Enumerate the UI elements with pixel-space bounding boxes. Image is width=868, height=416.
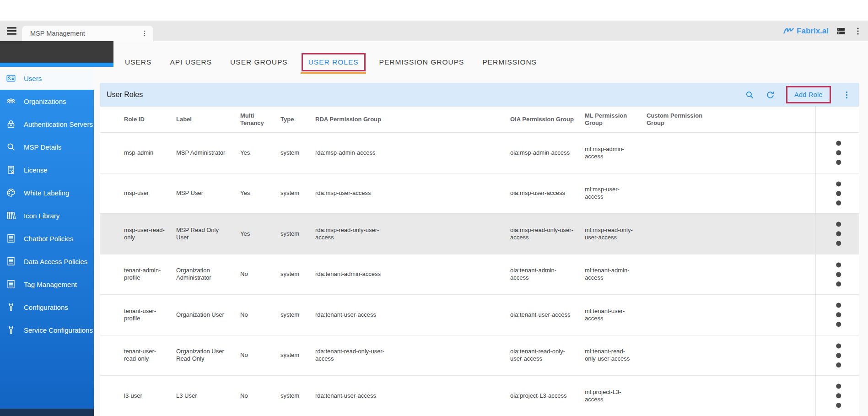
msp-management-tab[interactable]: MSP Management — [22, 26, 153, 41]
sidebar-item-label: Organizations — [24, 97, 66, 105]
cell-multi_tenancy: No — [233, 254, 273, 295]
cell-multi_tenancy: Yes — [233, 214, 273, 254]
row-actions-icon[interactable] — [822, 298, 856, 332]
sidebar-item-organizations[interactable]: Organizations — [0, 90, 94, 113]
row-actions-icon[interactable] — [822, 217, 856, 251]
table-row-l3-user[interactable]: l3-userL3 UserNosystemrda:tenant-user-ac… — [100, 376, 859, 416]
cell-actions — [815, 254, 859, 295]
tab-permission-groups[interactable]: PERMISSION GROUPS — [379, 58, 464, 66]
cell-custom — [639, 173, 815, 214]
cell-ml: ml:msp-admin-access — [577, 133, 639, 173]
table-header-row: Role IDLabelMulti TenancyTypeRDA Permiss… — [100, 107, 859, 133]
table-row-tenant-user-profile[interactable]: tenant-user-profileOrganization UserNosy… — [100, 295, 859, 335]
sidebar-item-label: Users — [24, 75, 42, 82]
wrench-icon — [6, 302, 16, 312]
tab-permissions[interactable]: PERMISSIONS — [482, 58, 537, 66]
column-header-type[interactable]: Type — [273, 107, 308, 133]
cell-role_id: tenant-admin-profile — [100, 254, 169, 295]
cell-multi_tenancy: Yes — [233, 133, 273, 173]
table-row-msp-user[interactable]: msp-userMSP UserYessystemrda:msp-user-ac… — [100, 173, 859, 214]
sidebar-item-chatbot-policies[interactable]: Chatbot Policies — [0, 227, 94, 250]
document-icon — [6, 279, 16, 289]
cell-actions — [815, 295, 859, 335]
column-header-rda-permission-group[interactable]: RDA Permission Group — [308, 107, 503, 133]
cell-type: system — [273, 335, 308, 376]
tab-users[interactable]: USERS — [125, 58, 151, 66]
cell-label: MSP Administrator — [169, 133, 233, 173]
tab-api-users[interactable]: API USERS — [170, 58, 212, 66]
row-actions-icon[interactable] — [822, 339, 856, 373]
user-roles-panel: User Roles Add Role — [100, 83, 859, 416]
sidebar-item-msp-details[interactable]: MSP Details — [0, 135, 94, 158]
id-card-icon — [6, 73, 16, 83]
more-options-icon[interactable] — [853, 27, 863, 36]
more-actions-icon[interactable] — [842, 90, 852, 100]
top-white-strip — [0, 0, 868, 21]
people-icon — [6, 96, 16, 106]
column-header-ml-permission-group[interactable]: ML Permission Group — [577, 107, 639, 133]
table-row-msp-user-read-only[interactable]: msp-user-read-onlyMSP Read Only UserYess… — [100, 214, 859, 254]
cell-label: Organization User Read Only — [169, 335, 233, 376]
user-roles-table: Role IDLabelMulti TenancyTypeRDA Permiss… — [100, 107, 859, 416]
sidebar-item-label: Tag Management — [24, 281, 77, 288]
column-header-label[interactable]: Label — [169, 107, 233, 133]
sidebar-item-license[interactable]: License — [0, 158, 94, 181]
document-icon — [6, 256, 16, 266]
sidebar-item-white-labeling[interactable]: White Labeling — [0, 181, 94, 204]
tab-options-icon[interactable] — [140, 29, 149, 38]
cell-rda: rda:tenant-user-access — [308, 376, 503, 416]
sidebar-item-icon-library[interactable]: Icon Library — [0, 204, 94, 227]
table-row-msp-admin[interactable]: msp-adminMSP AdministratorYessystemrda:m… — [100, 133, 859, 173]
sidebar-item-configurations[interactable]: Configurations — [0, 296, 94, 319]
column-header-oia-permission-group[interactable]: OIA Permission Group — [503, 107, 577, 133]
search-icon[interactable] — [745, 90, 755, 100]
toolbar-actions: Add Role — [745, 86, 852, 103]
cell-oia: oia:msp-read-only-user-access — [503, 214, 577, 254]
cell-oia: oia:project-L3-access — [503, 376, 577, 416]
app-window: MSP Management Fabrix.ai UsersOrgani — [0, 0, 868, 416]
cell-actions — [815, 214, 859, 254]
panel-title: User Roles — [107, 91, 143, 99]
sidebar-item-data-access-policies[interactable]: Data Access Policies — [0, 250, 94, 273]
cell-rda: rda:tenant-admin-access — [308, 254, 503, 295]
cell-ml: ml:msp-user-access — [577, 173, 639, 214]
add-role-button[interactable]: Add Role — [786, 86, 831, 103]
cell-actions — [815, 173, 859, 214]
document-icon — [6, 233, 16, 243]
sidebar-item-authentication-servers[interactable]: Authentication Servers — [0, 113, 94, 135]
hamburger-menu-icon[interactable] — [5, 24, 18, 38]
cell-rda: rda:tenant-user-access — [308, 295, 503, 335]
titlebar-right-cluster: Fabrix.ai — [783, 21, 863, 41]
cell-rda: rda:msp-admin-access — [308, 133, 503, 173]
sidebar-item-tag-management[interactable]: Tag Management — [0, 273, 94, 296]
cell-custom — [639, 214, 815, 254]
column-header-multi-tenancy[interactable]: Multi Tenancy — [233, 107, 273, 133]
sidebar-item-label: MSP Details — [24, 143, 61, 151]
main-panel: USERSAPI USERSUSER GROUPSUSER ROLESPERMI… — [94, 41, 868, 416]
row-actions-icon[interactable] — [822, 379, 856, 413]
sidebar-item-service-configurations[interactable]: Service Configurations — [0, 319, 94, 341]
sidebar-item-users[interactable]: Users — [0, 67, 94, 90]
cell-type: system — [273, 173, 308, 214]
cell-type: system — [273, 214, 308, 254]
cell-ml: ml:msp-read-only-user-access — [577, 214, 639, 254]
table-row-tenant-user-read-only[interactable]: tenant-user-read-onlyOrganization User R… — [100, 335, 859, 376]
title-bar: MSP Management Fabrix.ai — [0, 21, 868, 41]
column-header-role-id[interactable]: Role ID — [100, 107, 169, 133]
cell-role_id: l3-user — [100, 376, 169, 416]
table-row-tenant-admin-profile[interactable]: tenant-admin-profileOrganization Adminis… — [100, 254, 859, 295]
row-actions-icon[interactable] — [822, 258, 856, 292]
tab-user-roles[interactable]: USER ROLES — [308, 58, 359, 66]
sidebar-item-label: Data Access Policies — [24, 258, 87, 265]
sidebar: UsersOrganizationsAuthentication Servers… — [0, 41, 94, 416]
cell-multi_tenancy: No — [233, 376, 273, 416]
row-actions-icon[interactable] — [822, 177, 856, 211]
refresh-icon[interactable] — [766, 90, 775, 100]
cell-oia: oia:tenant-admin-access — [503, 254, 577, 295]
column-header-custom-permission-group[interactable]: Custom Permission Group — [639, 107, 815, 133]
tab-user-groups[interactable]: USER GROUPS — [230, 58, 288, 66]
sidebar-item-label: Configurations — [24, 303, 68, 311]
fabrix-logo: Fabrix.ai — [783, 25, 829, 37]
server-rack-icon[interactable] — [836, 26, 846, 36]
row-actions-icon[interactable] — [822, 136, 856, 170]
